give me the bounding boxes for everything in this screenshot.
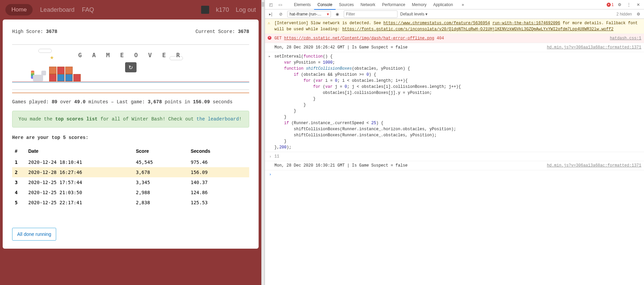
code-block: setInterval(function() { var yPosition =… [274, 54, 641, 150]
context-select[interactable]: hat-iframe (run-wit… [287, 11, 331, 17]
cell-date: 2020-12-24 18:10:41 [26, 157, 133, 167]
hidden-count[interactable]: 2 hidden [616, 12, 632, 16]
high-score-value: 3678 [46, 29, 58, 34]
alert-bold: top scores list [55, 116, 98, 122]
source-link[interactable]: hd.min.js?v=306aa13a68ac:formatted:1371 [547, 44, 641, 50]
device-icon[interactable]: ▭ [276, 1, 284, 8]
cell-n: 2 [12, 167, 26, 177]
console-message: 11 [265, 152, 644, 161]
all-done-button[interactable]: All done running [12, 228, 56, 241]
divider [12, 93, 249, 93]
stats-over: over [57, 99, 74, 105]
more-tabs-icon[interactable]: » [458, 0, 467, 9]
tab-application[interactable]: Application [430, 0, 456, 9]
tab-sources[interactable]: Sources [336, 0, 357, 9]
console-body[interactable]: [Intervention] Slow network is detected.… [265, 19, 644, 285]
cell-score: 3,345 [133, 177, 188, 187]
nav-right: k170 Log out [201, 6, 256, 14]
nav-faq[interactable]: FAQ [82, 6, 94, 13]
top-nav: Home Leaderboard FAQ k170 Log out [3, 2, 259, 20]
source-link[interactable]: hd.min.js?v=306aa13a68ac:formatted:1371 [547, 163, 641, 169]
error-badge[interactable]: ✕1 [607, 2, 614, 7]
stats-points: 3,678 [148, 99, 162, 105]
stats-seconds: 156.09 [193, 99, 210, 105]
splitter-handle[interactable] [261, 0, 265, 285]
console-message: [Intervention] Slow network is detected.… [265, 19, 644, 34]
stats-prefix: Games played: [12, 99, 52, 105]
stats-minutes: 49.0 [74, 99, 86, 105]
cell-score: 2,838 [133, 198, 188, 208]
replay-button[interactable]: ↻ [125, 62, 137, 72]
leaderboard-link[interactable]: the leaderboard [196, 116, 239, 122]
console-settings-icon[interactable]: ⚙ [635, 10, 642, 18]
game-card: High Score: 3678 Current Score: 3678 ★ G… [3, 20, 259, 249]
clear-console-icon[interactable]: ⊘ [277, 10, 285, 18]
avatar[interactable] [201, 6, 209, 14]
close-icon[interactable]: ✕ [635, 1, 642, 8]
alert-p1: You made the [18, 116, 55, 122]
current-score: Current Score: 3678 [195, 29, 249, 34]
scores-row: High Score: 3678 Current Score: 3678 [12, 29, 249, 34]
nav-leaderboard[interactable]: Leaderboard [40, 6, 74, 13]
cell-score: 45,545 [133, 157, 188, 167]
cell-seconds: 140.37 [188, 177, 249, 187]
stats-secsuf: seconds [210, 99, 232, 105]
eye-icon[interactable]: ◉ [334, 10, 341, 18]
current-score-label: Current Score: [195, 29, 238, 34]
cell-date: 2020-12-28 16:27:46 [26, 167, 133, 177]
cell-n: 3 [12, 177, 26, 187]
ground [12, 81, 249, 83]
th-score: Score [133, 145, 188, 157]
tab-console[interactable]: Console [314, 0, 336, 10]
game-canvas[interactable]: ★ G A M E O V E R ↻ [12, 44, 249, 90]
stats-line: Games played: 89 over 49.0 minutes – Las… [12, 99, 249, 105]
gameover-text: G A M E O V E R [78, 51, 183, 59]
console-prompt[interactable] [265, 170, 644, 179]
cell-seconds: 975.46 [188, 157, 249, 167]
username[interactable]: k170 [216, 6, 229, 13]
tab-elements[interactable]: Elements [291, 0, 314, 9]
alert-p3: ! [239, 116, 241, 122]
table-row: 22020-12-28 16:27:463,678156.09 [12, 167, 249, 177]
cell-seconds: 125.53 [188, 198, 249, 208]
kebab-icon[interactable]: ⋮ [625, 1, 633, 8]
stats-games: 89 [52, 99, 58, 105]
cell-seconds: 124.86 [188, 187, 249, 198]
tab-performance[interactable]: Performance [379, 0, 409, 9]
alert-p2: for all of Winter Bash! Check out [98, 116, 196, 122]
tab-memory[interactable]: Memory [409, 0, 430, 9]
table-header-row: # Date Score Seconds [12, 145, 249, 157]
stats-minsuf: minutes – Last game: [85, 99, 148, 105]
th-date: Date [26, 145, 133, 157]
nav-home[interactable]: Home [5, 4, 33, 15]
cell-n: 4 [12, 187, 26, 198]
app-page: Home Leaderboard FAQ k170 Log out High S… [0, 0, 261, 285]
cell-seconds: 156.09 [188, 167, 249, 177]
cell-n: 5 [12, 198, 26, 208]
console-message: GET https://cdn.sstatic.net/Content/img/… [265, 34, 644, 43]
cell-score: 2,988 [133, 187, 188, 198]
obstacle-blocks [49, 62, 83, 81]
console-toolbar: ▸| ⊘ hat-iframe (run-wit… ◉ Default leve… [265, 9, 644, 19]
filter-input[interactable] [344, 10, 397, 18]
high-score-label: High Score: [12, 29, 46, 34]
scores-table: # Date Score Seconds 12020-12-24 18:10:4… [12, 145, 249, 208]
console-message: Mon, 28 Dec 2020 16:26:42 GMT | Is Game … [265, 43, 644, 52]
settings-icon[interactable]: ⚙ [616, 1, 623, 8]
error-count: 1 [611, 2, 614, 7]
levels-select[interactable]: Default levels ▾ [400, 12, 427, 16]
replay-icon: ↻ [128, 64, 133, 71]
inspect-icon[interactable]: ◰ [267, 1, 274, 8]
success-alert: You made the top scores list for all of … [12, 111, 249, 128]
cloud-icon [38, 49, 52, 53]
high-score: High Score: 3678 [12, 29, 57, 34]
table-row: 32020-12-25 17:57:443,345140.37 [12, 177, 249, 187]
devtools-tabs: ◰ ▭ ElementsConsoleSourcesNetworkPerform… [265, 0, 644, 9]
sidebar-toggle-icon[interactable]: ▸| [267, 10, 274, 18]
tab-network[interactable]: Network [357, 0, 379, 9]
logout-link[interactable]: Log out [236, 6, 256, 13]
source-link[interactable]: hatdash.css:1 [610, 35, 641, 41]
current-score-value: 3678 [238, 29, 249, 34]
th-seconds: Seconds [188, 145, 249, 157]
topscores-title: Here are your top 5 scores: [12, 135, 249, 140]
